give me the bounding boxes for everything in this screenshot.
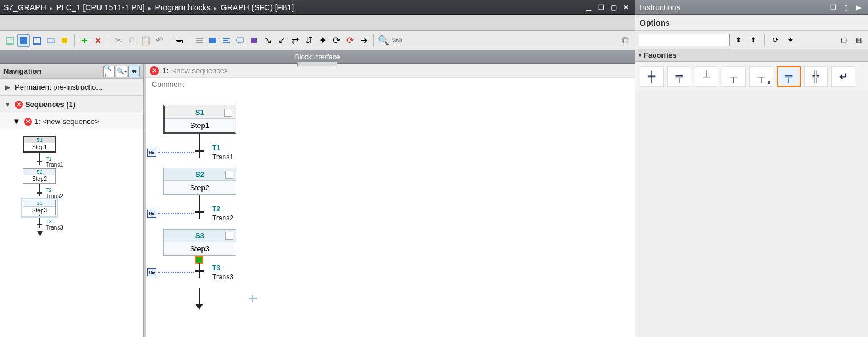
tool-btn-3[interactable] — [31, 34, 43, 47]
tool-btn-1[interactable] — [3, 34, 16, 47]
step-name[interactable]: Step3 — [164, 242, 236, 255]
nav-row-sequences[interactable]: ▾ ✕ Sequences (1) — [0, 96, 143, 113]
tool-btn-2[interactable] — [17, 34, 30, 47]
window-opts-btn[interactable]: ⧉ — [619, 34, 631, 47]
tool-btn-i[interactable]: ⇵ — [302, 34, 315, 47]
step-actions-icon[interactable] — [224, 109, 232, 117]
breadcrumb-item[interactable]: Program blocks — [155, 3, 211, 12]
cut-btn: ✂ — [112, 34, 124, 47]
step-block[interactable]: S1 Step1 — [163, 105, 236, 134]
tool-btn-j[interactable]: ✦ — [316, 34, 329, 47]
thumb-transition[interactable]: T3 Trans3 — [23, 221, 138, 231]
transition-block[interactable]: H▸ T2 Trans2 — [163, 206, 236, 229]
maximize-button[interactable]: ▢ — [608, 3, 619, 12]
nav-row-sequence-1[interactable]: ▼ ✕ 1: <new sequence> — [0, 113, 143, 130]
view-button-2[interactable]: ▦ — [852, 34, 865, 46]
step-actions-icon[interactable] — [225, 232, 233, 240]
nav-row-pre-instructions[interactable]: ▶ Permanent pre-instructio... — [0, 79, 143, 96]
tool-btn-4[interactable] — [45, 34, 57, 47]
canvas-comment[interactable]: Comment — [146, 78, 635, 93]
tool-btn-b[interactable] — [207, 34, 219, 47]
view-button-1[interactable]: ▢ — [837, 34, 850, 46]
fav-alternative-branch[interactable]: ╤ — [777, 66, 801, 87]
zoom-out-button[interactable]: 🔍- — [116, 66, 127, 77]
block-interface-label: Block interface — [295, 53, 340, 61]
instructions-title-bar: Instructions ❐ ▯ ▶ — [635, 0, 868, 15]
transition-block[interactable]: H▸ T1 Trans1 — [163, 145, 236, 168]
interlock-icon[interactable]: H▸ — [147, 268, 156, 276]
fav-sequence-end[interactable]: ┬s — [749, 66, 773, 87]
interlock-icon[interactable]: H▸ — [147, 149, 156, 157]
transition-block[interactable]: H▸ T3 Trans3 — [163, 265, 236, 288]
tool-btn-h[interactable]: ⇄ — [289, 34, 301, 47]
undo-btn: ↶ — [153, 34, 165, 47]
block-interface-bar[interactable]: Block interface — [0, 50, 635, 64]
print-btn[interactable]: 🖶 — [173, 34, 185, 47]
thumb-transition[interactable]: T1 Trans1 — [23, 158, 138, 168]
tool-btn-a[interactable] — [193, 34, 205, 47]
close-button[interactable]: ✕ — [621, 3, 631, 12]
minimize-button[interactable]: ▁ — [583, 3, 594, 12]
thumb-transition[interactable]: T2 Trans2 — [23, 190, 138, 200]
fav-simultaneous-branch[interactable]: ╬ — [804, 66, 828, 87]
fav-jump[interactable]: ↵ — [831, 66, 855, 87]
refresh-button[interactable]: ⟳ — [769, 34, 782, 46]
svg-rect-4 — [62, 38, 67, 43]
thumb-step[interactable]: S1 Step1 — [23, 136, 56, 153]
ghost-transition-icon[interactable] — [248, 295, 258, 307]
breadcrumb-item[interactable]: S7_GRAPH — [3, 3, 46, 12]
canvas-seq-number: 1: — [162, 66, 169, 75]
step-name[interactable]: Step1 — [165, 118, 235, 132]
step-name[interactable]: Step2 — [164, 180, 236, 194]
favorites-header[interactable]: ▾ Favorites — [635, 49, 868, 62]
breadcrumb-item[interactable]: GRAPH (SFC) [FB1] — [221, 3, 294, 12]
title-bar: S7_GRAPH PLC_1 [CPU 1511-1 PN] Program b… — [0, 0, 635, 15]
block-interface-grip[interactable] — [297, 62, 337, 66]
fav-step-and-transition[interactable]: ╪ — [640, 66, 664, 87]
insert-btn[interactable] — [78, 34, 91, 47]
sort-desc-button[interactable]: ⬍ — [747, 34, 760, 46]
sequence-canvas[interactable]: S1 Step1 H▸ T1 Trans1 — [146, 93, 635, 337]
thumb-step[interactable]: S3 Step3 — [23, 200, 56, 215]
cancel-refresh-btn[interactable]: ⟳ — [344, 34, 356, 47]
go-btn[interactable]: ➜ — [357, 34, 370, 47]
tool-btn-c[interactable] — [220, 34, 233, 47]
search-btn[interactable]: 🔍 — [377, 34, 390, 47]
thumb-trans-id: T2 — [46, 187, 52, 193]
comment-btn[interactable] — [234, 34, 247, 47]
interlock-icon[interactable]: H▸ — [147, 210, 156, 218]
fav-transition-down[interactable]: ┴ — [695, 66, 718, 87]
breadcrumb-item[interactable]: PLC_1 [CPU 1511-1 PN] — [56, 3, 145, 12]
tool-btn-f[interactable]: ↘ — [261, 34, 274, 47]
tool-btn-g[interactable]: ↙ — [275, 34, 288, 47]
breadcrumb-sep-icon — [46, 3, 56, 12]
panel-expand-button[interactable]: ▶ — [853, 3, 863, 12]
tool-btn-5[interactable] — [58, 34, 71, 47]
navigation-title-bar: Navigation 🔍+ 🔍- ⇔ — [0, 64, 143, 79]
instruction-search-input[interactable] — [639, 34, 730, 46]
canvas-seq-name[interactable]: <new sequence> — [172, 66, 229, 75]
panel-collapse-button[interactable]: ▯ — [841, 3, 851, 12]
step-block[interactable]: S2 Step2 — [163, 168, 236, 195]
fav-transition-up[interactable]: ┬ — [722, 66, 746, 87]
delete-btn[interactable] — [92, 34, 104, 47]
transition-name[interactable]: Trans1 — [212, 153, 233, 161]
refresh-btn[interactable]: ⟳ — [330, 34, 342, 47]
zoom-in-button[interactable]: 🔍+ — [103, 66, 115, 77]
thumb-step[interactable]: S2 Step2 — [23, 168, 56, 184]
fit-button[interactable]: ⇔ — [128, 66, 140, 77]
panel-dock-button[interactable]: ❐ — [828, 3, 838, 12]
restore-button[interactable]: ❐ — [596, 3, 606, 12]
sort-asc-button[interactable]: ⬍ — [732, 34, 745, 46]
chevron-down-icon: ▾ — [639, 52, 641, 58]
transition-name[interactable]: Trans3 — [212, 273, 233, 281]
fav-step[interactable]: ╤ — [667, 66, 691, 87]
glasses-btn[interactable]: 👓 — [391, 34, 403, 47]
tool-btn-e[interactable] — [248, 34, 260, 47]
step-actions-icon[interactable] — [225, 171, 233, 179]
filter-button[interactable]: ✦ — [784, 34, 797, 46]
toolbar-separator — [373, 34, 374, 47]
chevron-down-icon: ▾ — [2, 100, 13, 109]
step-block[interactable]: S3 Step3 — [163, 229, 236, 256]
transition-name[interactable]: Trans2 — [212, 214, 233, 222]
